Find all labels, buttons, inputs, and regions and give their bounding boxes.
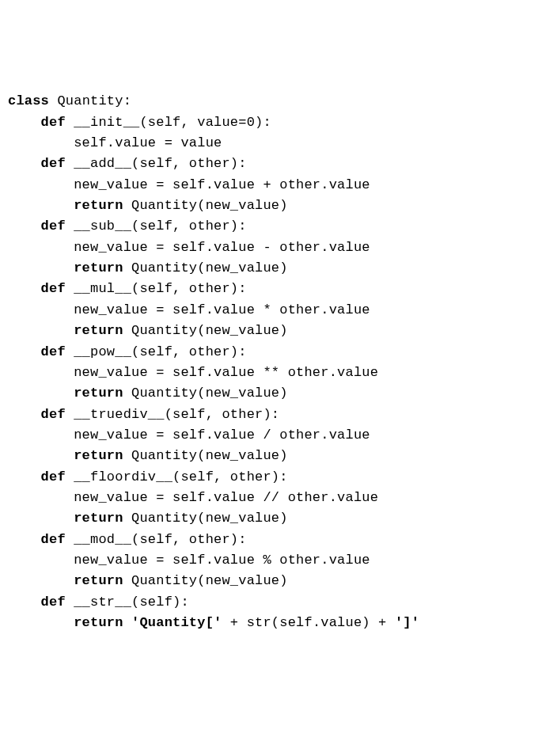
code-line: def __add__(self, other): <box>8 154 534 174</box>
code-line: new_value = self.value + other.value <box>8 175 534 196</box>
keyword-token: def <box>41 344 74 359</box>
code-line: def __floordiv__(self, other): <box>8 467 534 488</box>
code-token: Quantity(new_value) <box>131 511 288 526</box>
code-token: __truediv__(self, other): <box>74 407 279 422</box>
code-token: __str__(self): <box>74 595 189 610</box>
code-token: __floordiv__(self, other): <box>74 469 287 484</box>
code-token: new_value = self.value % other.value <box>74 553 370 568</box>
code-line: return Quantity(new_value) <box>8 446 534 466</box>
keyword-token: def <box>41 281 74 296</box>
keyword-token: return <box>74 511 131 526</box>
keyword-token: def <box>41 469 74 484</box>
indent <box>8 427 74 443</box>
keyword-token: return <box>74 198 131 213</box>
indent <box>8 490 74 505</box>
keyword-token: def <box>41 115 74 130</box>
code-line: return Quantity(new_value) <box>8 196 534 216</box>
code-token: Quantity(new_value) <box>131 386 288 401</box>
code-token: Quantity(new_value) <box>131 573 288 588</box>
code-token: Quantity(new_value) <box>131 260 288 275</box>
indent <box>8 177 74 192</box>
keyword-token: def <box>41 595 74 610</box>
code-line: return Quantity(new_value) <box>8 258 534 279</box>
code-line: return Quantity(new_value) <box>8 508 534 529</box>
code-line: return Quantity(new_value) <box>8 571 534 591</box>
code-token: __pow__(self, other): <box>74 344 246 359</box>
indent <box>8 302 74 317</box>
code-token: __add__(self, other): <box>74 156 246 171</box>
code-token: new_value = self.value / other.value <box>74 427 370 443</box>
keyword-token: def <box>41 407 74 422</box>
indent <box>8 240 74 255</box>
code-token: Quantity(new_value) <box>131 448 288 463</box>
code-token: new_value = self.value ** other.value <box>74 365 378 380</box>
code-token: __init__(self, value=0): <box>74 115 271 130</box>
indent <box>8 218 41 234</box>
indent <box>8 115 41 130</box>
keyword-token: return <box>74 573 131 588</box>
code-token: new_value = self.value - other.value <box>74 240 370 255</box>
code-token: new_value = self.value * other.value <box>74 302 370 317</box>
code-token: self.value = value <box>74 135 222 150</box>
indent <box>8 615 74 630</box>
indent <box>8 595 41 610</box>
indent <box>8 156 41 171</box>
indent <box>8 532 41 547</box>
keyword-token: return 'Quantity[' <box>74 615 230 630</box>
code-line: new_value = self.value ** other.value <box>8 363 534 383</box>
code-line: def __str__(self): <box>8 592 534 613</box>
code-token: + str(self.value) + <box>230 615 395 630</box>
keyword-token: return <box>74 260 131 275</box>
code-line: def __mod__(self, other): <box>8 530 534 550</box>
code-line: class Quantity: <box>8 91 534 112</box>
code-token: new_value = self.value // other.value <box>74 490 378 505</box>
code-line: return Quantity(new_value) <box>8 321 534 341</box>
code-line: new_value = self.value * other.value <box>8 300 534 321</box>
code-token: Quantity(new_value) <box>131 198 288 213</box>
indent <box>8 469 41 484</box>
indent <box>8 281 41 296</box>
code-line: return 'Quantity[' + str(self.value) + '… <box>8 613 534 633</box>
keyword-token: ']' <box>395 615 419 630</box>
indent <box>8 260 74 275</box>
code-token: __sub__(self, other): <box>74 218 246 234</box>
indent <box>8 344 41 359</box>
keyword-token: return <box>74 448 131 463</box>
indent <box>8 573 74 588</box>
indent <box>8 365 74 380</box>
keyword-token: def <box>41 156 74 171</box>
code-line: def __mul__(self, other): <box>8 279 534 299</box>
code-block: class Quantity: def __init__(self, value… <box>8 91 534 633</box>
keyword-token: def <box>41 532 74 547</box>
code-line: self.value = value <box>8 133 534 154</box>
code-token: Quantity: <box>57 93 131 108</box>
code-line: def __init__(self, value=0): <box>8 112 534 133</box>
code-token: __mul__(self, other): <box>74 281 246 296</box>
indent <box>8 323 74 338</box>
code-line: def __sub__(self, other): <box>8 216 534 237</box>
indent <box>8 198 74 213</box>
indent <box>8 386 74 401</box>
keyword-token: return <box>74 386 131 401</box>
code-line: def __pow__(self, other): <box>8 342 534 363</box>
code-line: def __truediv__(self, other): <box>8 405 534 425</box>
code-line: new_value = self.value - other.value <box>8 237 534 258</box>
keyword-token: return <box>74 323 131 338</box>
code-line: return Quantity(new_value) <box>8 383 534 404</box>
code-line: new_value = self.value % other.value <box>8 550 534 571</box>
keyword-token: def <box>41 218 74 234</box>
code-line: new_value = self.value / other.value <box>8 425 534 446</box>
indent <box>8 448 74 463</box>
indent <box>8 511 74 526</box>
code-token: Quantity(new_value) <box>131 323 288 338</box>
indent <box>8 135 74 150</box>
code-token: new_value = self.value + other.value <box>74 177 370 192</box>
indent <box>8 407 41 422</box>
code-token: __mod__(self, other): <box>74 532 246 547</box>
keyword-token: class <box>8 93 57 108</box>
indent <box>8 553 74 568</box>
code-line: new_value = self.value // other.value <box>8 488 534 508</box>
